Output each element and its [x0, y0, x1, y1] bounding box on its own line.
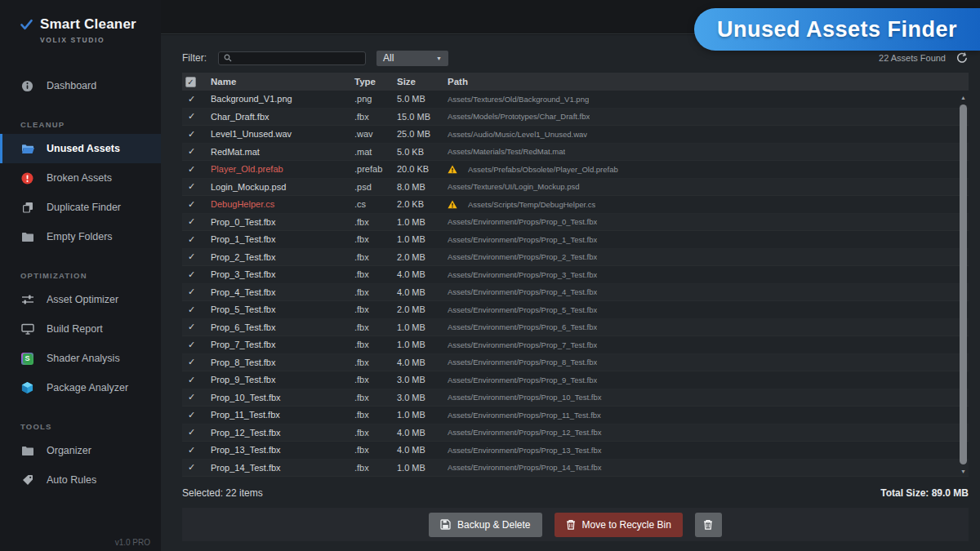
asset-name: Prop_10_Test.fbx: [211, 393, 354, 402]
row-checkbox[interactable]: ✓: [185, 234, 195, 244]
table-row[interactable]: ✓ Prop_9_Test.fbx .fbx 3.0 MB Assets/Env…: [182, 371, 969, 389]
table-row[interactable]: ✓ Prop_12_Test.fbx .fbx 4.0 MB Assets/En…: [182, 424, 969, 442]
sidebar-item-broken-assets[interactable]: Broken Assets: [0, 163, 161, 193]
row-checkbox[interactable]: ✓: [185, 287, 195, 296]
table-row[interactable]: ✓ Prop_4_Test.fbx .fbx 4.0 MB Assets/Env…: [182, 284, 969, 302]
table-row[interactable]: ✓ Prop_13_Test.fbx .fbx 4.0 MB Assets/En…: [182, 442, 969, 460]
table-row[interactable]: ✓ Prop_7_Test.fbx .fbx 1.0 MB Assets/Env…: [182, 336, 969, 354]
row-checkbox[interactable]: ✓: [185, 427, 195, 437]
row-checkbox[interactable]: ✓: [185, 445, 195, 455]
table-row[interactable]: ✓ Login_Mockup.psd .psd 8.0 MB Assets/Te…: [182, 179, 969, 197]
assets-found-count: 22 Assets Found: [879, 53, 946, 63]
sidebar-item-dashboard[interactable]: Dashboard: [0, 71, 161, 100]
asset-type: .fbx: [354, 269, 397, 279]
asset-type: .fbx: [354, 322, 397, 332]
asset-size: 1.0 MB: [397, 340, 448, 349]
trash-icon: [566, 519, 576, 530]
row-checkbox[interactable]: ✓: [185, 146, 195, 156]
move-to-recycle-bin-button[interactable]: Move to Recycle Bin: [555, 513, 683, 537]
scrollbar-up-arrow[interactable]: ▲: [960, 95, 966, 101]
row-checkbox[interactable]: ✓: [185, 129, 195, 139]
column-header-name[interactable]: Name: [211, 77, 354, 87]
sidebar-item-shader-analysis[interactable]: S Shader Analysis: [0, 344, 161, 373]
search-input[interactable]: [236, 53, 360, 63]
sidebar-item-duplicate-finder[interactable]: Duplicate Finder: [0, 193, 161, 222]
search-box[interactable]: [218, 51, 366, 65]
asset-path: Assets/Environment/Props/Prop_9_Test.fbx: [448, 375, 969, 384]
sidebar-item-auto-rules[interactable]: Auto Rules: [0, 465, 161, 495]
column-header-type[interactable]: Type: [354, 77, 397, 87]
table-row[interactable]: ✓ Prop_14_Test.fbx .fbx 1.0 MB Assets/En…: [182, 460, 969, 478]
asset-type: .mat: [354, 147, 397, 157]
asset-size: 25.0 MB: [397, 129, 448, 139]
app-logo: Smart Cleaner VOLIX STUDIO: [0, 0, 161, 52]
sidebar-item-asset-optimizer[interactable]: Asset Optimizer: [0, 285, 161, 314]
select-all-checkbox[interactable]: ✓: [185, 77, 196, 87]
row-checkbox[interactable]: ✓: [185, 392, 195, 402]
asset-size: 3.0 MB: [397, 393, 448, 402]
row-checkbox[interactable]: ✓: [185, 410, 195, 420]
table-row[interactable]: ✓ Prop_11_Test.fbx .fbx 1.0 MB Assets/En…: [182, 407, 969, 424]
type-filter-dropdown[interactable]: All ▼: [376, 51, 448, 66]
table-row[interactable]: ✓ Prop_0_Test.fbx .fbx 1.0 MB Assets/Env…: [182, 214, 969, 232]
row-checkbox[interactable]: ✓: [185, 357, 195, 367]
table-row[interactable]: ✓ Prop_2_Test.fbx .fbx 2.0 MB Assets/Env…: [182, 249, 969, 267]
backup-delete-button[interactable]: Backup & Delete: [429, 513, 541, 537]
row-checkbox[interactable]: ✓: [185, 199, 195, 209]
row-checkbox[interactable]: ✓: [185, 322, 195, 331]
asset-size: 4.0 MB: [397, 358, 448, 367]
row-checkbox[interactable]: ✓: [185, 269, 195, 279]
row-checkbox[interactable]: ✓: [185, 181, 195, 191]
row-checkbox[interactable]: ✓: [185, 462, 195, 472]
table-row[interactable]: ✓ Background_V1.png .png 5.0 MB Assets/T…: [182, 91, 969, 109]
table-row[interactable]: ✓ RedMat.mat .mat 5.0 KB Assets/Material…: [182, 144, 969, 162]
row-checkbox[interactable]: ✓: [185, 375, 195, 384]
asset-path: Assets/Environment/Props/Prop_2_Test.fbx: [448, 252, 969, 261]
sidebar-item-unused-assets[interactable]: Unused Assets: [0, 134, 161, 163]
row-checkbox[interactable]: ✓: [185, 164, 195, 174]
table-row[interactable]: ✓ Prop_3_Test.fbx .fbx 4.0 MB Assets/Env…: [182, 266, 969, 284]
app-version: v1.0 PRO: [115, 538, 150, 547]
table-row[interactable]: ✓ Prop_1_Test.fbx .fbx 1.0 MB Assets/Env…: [182, 231, 969, 249]
table-row[interactable]: ✓ Prop_5_Test.fbx .fbx 2.0 MB Assets/Env…: [182, 301, 969, 319]
table-row[interactable]: ✓ Prop_6_Test.fbx .fbx 1.0 MB Assets/Env…: [182, 319, 969, 337]
asset-path: Assets/Models/Prototypes/Char_Draft.fbx: [448, 112, 969, 121]
assets-table: ✓ Name Type Size Path ✓ Background_V1.pn…: [182, 73, 969, 477]
asset-type: .fbx: [354, 375, 397, 384]
sidebar-item-label: Empty Folders: [47, 231, 113, 242]
row-checkbox[interactable]: ✓: [185, 94, 195, 104]
table-header: ✓ Name Type Size Path: [182, 73, 969, 91]
refresh-icon[interactable]: [956, 51, 969, 64]
asset-name: RedMat.mat: [211, 147, 354, 157]
asset-size: 2.0 MB: [397, 304, 448, 314]
asset-name: Prop_11_Test.fbx: [211, 410, 354, 420]
row-checkbox[interactable]: ✓: [185, 111, 195, 121]
column-header-path[interactable]: Path: [448, 77, 969, 87]
scrollbar-down-arrow[interactable]: ▼: [960, 469, 966, 475]
folder-icon: [20, 232, 34, 242]
table-row[interactable]: ✓ DebugHelper.cs .cs 2.0 KB Assets/Scrip…: [182, 196, 969, 214]
delete-button[interactable]: [695, 513, 722, 537]
table-row[interactable]: ✓ Prop_8_Test.fbx .fbx 4.0 MB Assets/Env…: [182, 354, 969, 372]
asset-type: .fbx: [354, 463, 397, 473]
warning-icon: [448, 165, 457, 174]
folder-icon: [20, 446, 34, 455]
sidebar-item-build-report[interactable]: Build Report: [0, 314, 161, 344]
total-size: Total Size: 89.0 MB: [880, 487, 969, 499]
row-checkbox[interactable]: ✓: [185, 216, 195, 226]
column-header-size[interactable]: Size: [397, 77, 448, 87]
row-checkbox[interactable]: ✓: [185, 304, 195, 314]
scrollbar-thumb[interactable]: [960, 104, 967, 464]
table-row[interactable]: ✓ Char_Draft.fbx .fbx 15.0 MB Assets/Mod…: [182, 109, 969, 127]
table-row[interactable]: ✓ Prop_10_Test.fbx .fbx 3.0 MB Assets/En…: [182, 389, 969, 407]
move-to-recycle-bin-label: Move to Recycle Bin: [582, 519, 671, 531]
row-checkbox[interactable]: ✓: [185, 251, 195, 261]
sidebar-item-organizer[interactable]: Organizer: [0, 436, 161, 465]
row-checkbox[interactable]: ✓: [185, 340, 195, 349]
sidebar-item-package-analyzer[interactable]: Package Analyzer: [0, 373, 161, 402]
sidebar-item-empty-folders[interactable]: Empty Folders: [0, 222, 161, 251]
table-row[interactable]: ✓ Player_Old.prefab .prefab 20.0 KB Asse…: [182, 161, 969, 179]
asset-path: Assets/Environment/Props/Prop_1_Test.fbx: [448, 235, 969, 244]
asset-name: Prop_14_Test.fbx: [211, 463, 354, 473]
table-row[interactable]: ✓ Level1_Unused.wav .wav 25.0 MB Assets/…: [182, 126, 969, 144]
